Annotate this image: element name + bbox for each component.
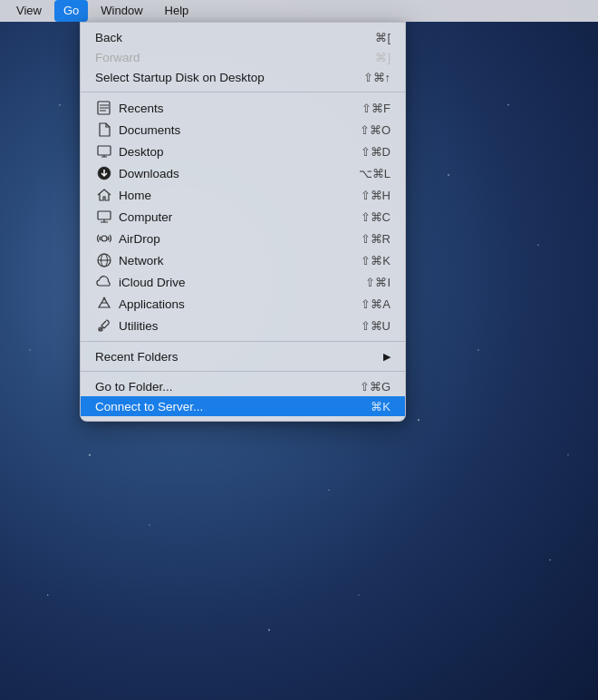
menu-item-back[interactable]: Back ⌘[ bbox=[81, 27, 405, 47]
menu-section-places: Recents ⇧⌘F Documents ⇧⌘O Desktop bbox=[81, 92, 405, 341]
svg-point-12 bbox=[101, 236, 107, 241]
menu-item-recent-folders[interactable]: Recent Folders ▶ bbox=[81, 346, 405, 366]
menu-item-startup-disk[interactable]: Select Startup Disk on Desktop ⇧⌘↑ bbox=[81, 67, 405, 87]
menubar-item-view[interactable]: View bbox=[7, 0, 51, 22]
documents-icon bbox=[95, 122, 113, 138]
recents-icon bbox=[95, 100, 113, 116]
menu-item-documents[interactable]: Documents ⇧⌘O bbox=[81, 119, 405, 141]
menu-section-recent-folders: Recent Folders ▶ bbox=[81, 341, 405, 371]
menu-item-utilities[interactable]: Utilities ⇧⌘U bbox=[81, 315, 405, 336]
submenu-arrow-icon: ▶ bbox=[383, 351, 391, 363]
utilities-icon bbox=[95, 317, 113, 334]
menubar-item-help[interactable]: Help bbox=[156, 0, 198, 22]
menu-item-applications[interactable]: Applications ⇧⌘A bbox=[81, 293, 405, 315]
go-menu: Back ⌘[ Forward ⌘] Select Startup Disk o… bbox=[80, 22, 406, 422]
menu-item-icloud-drive[interactable]: iCloud Drive ⇧⌘I bbox=[81, 271, 405, 293]
downloads-icon bbox=[95, 165, 113, 181]
menu-item-recents[interactable]: Recents ⇧⌘F bbox=[81, 97, 405, 119]
menu-item-home[interactable]: Home ⇧⌘H bbox=[81, 184, 405, 206]
menubar: View Go Window Help bbox=[0, 0, 598, 22]
svg-rect-9 bbox=[98, 211, 111, 219]
menubar-item-go[interactable]: Go bbox=[54, 0, 88, 22]
menu-item-desktop[interactable]: Desktop ⇧⌘D bbox=[81, 141, 405, 162]
airdrop-icon bbox=[95, 230, 113, 247]
menu-item-connect-to-server[interactable]: Connect to Server... ⌘K bbox=[81, 396, 405, 416]
computer-icon bbox=[95, 209, 113, 225]
menu-item-go-to-folder[interactable]: Go to Folder... ⇧⌘G bbox=[81, 376, 405, 396]
menu-section-goto: Go to Folder... ⇧⌘G Connect to Server...… bbox=[81, 371, 405, 421]
menu-item-computer[interactable]: Computer ⇧⌘C bbox=[81, 206, 405, 228]
applications-icon bbox=[95, 296, 113, 312]
icloud-drive-icon bbox=[95, 274, 113, 290]
svg-rect-4 bbox=[98, 146, 111, 155]
menu-item-airdrop[interactable]: AirDrop ⇧⌘R bbox=[81, 228, 405, 249]
menu-item-forward[interactable]: Forward ⌘] bbox=[81, 47, 405, 67]
desktop-icon bbox=[95, 143, 113, 160]
menu-item-downloads[interactable]: Downloads ⌥⌘L bbox=[81, 162, 405, 184]
menubar-item-window[interactable]: Window bbox=[92, 0, 151, 22]
menu-item-network[interactable]: Network ⇧⌘K bbox=[81, 249, 405, 271]
network-icon bbox=[95, 252, 113, 268]
menu-section-navigation: Back ⌘[ Forward ⌘] Select Startup Disk o… bbox=[81, 23, 405, 92]
home-icon bbox=[95, 187, 113, 203]
